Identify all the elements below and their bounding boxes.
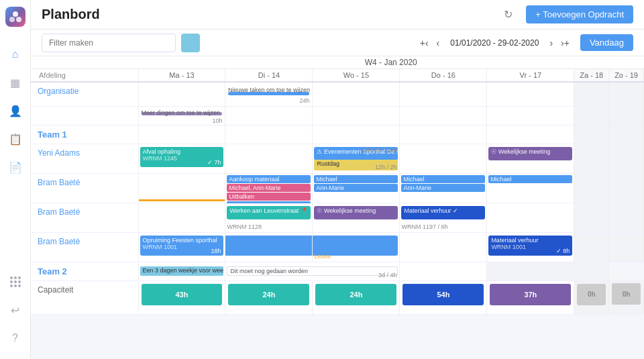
bb2-day-4 <box>487 203 574 232</box>
cap-day-3: 54h <box>400 280 487 314</box>
app-logo <box>5 7 25 27</box>
bb2-day-1: Werken aan Leuvenstraat 📍 WRNM 1128 <box>225 203 313 232</box>
bb3-day-2: Leave <box>313 232 400 262</box>
sidebar: ⌂ ▦ 👤 📋 📄 ↩ ? <box>0 0 31 359</box>
yeni-adams-label: Yeni Adams <box>31 144 138 173</box>
day-header-3: Do - 16 <box>400 69 487 83</box>
capaciteit-label: Capaciteit <box>31 280 138 314</box>
cap-day-0: 43h <box>138 280 225 314</box>
expand-right-button[interactable]: ›+ <box>558 35 572 51</box>
gantt-area[interactable]: W4 - Jan 2020 Afdeling Ma - 13 Di - 14 W… <box>31 56 644 359</box>
bb2-day-3: Materiaal verhuur ✓ WRNM 1197 / 6h <box>400 203 487 232</box>
add-task-button[interactable]: + Toevoegen Opdracht <box>526 5 633 23</box>
team1-header-row: Team 1 <box>31 125 644 144</box>
page-title: Planbord <box>42 7 490 22</box>
topbar: Planbord ↻ + Toevoegen Opdracht <box>31 0 644 30</box>
team1-day-3 <box>400 125 487 144</box>
yeni-day-6 <box>609 144 644 173</box>
sidebar-item-logout[interactable]: ↩ <box>3 298 28 322</box>
cap-day-1: 24h <box>225 280 313 314</box>
bb3-day-1 <box>225 232 313 262</box>
team2-day-3 <box>400 262 487 280</box>
svg-point-1 <box>9 17 15 22</box>
cap-day-2: 24h <box>313 280 400 314</box>
organisatie-label: Organisatie <box>31 82 138 106</box>
bb3-day-4: Materiaal verhuur WRNM 1001 ✓ 8h <box>487 232 574 262</box>
org-day-5 <box>574 82 609 106</box>
filter-color-swatch <box>181 34 200 52</box>
bram-baete1-label: Bram Baeté <box>31 173 138 203</box>
yeni-day-5 <box>574 144 609 173</box>
bb2-day-6 <box>609 203 644 232</box>
day-header-row: Afdeling Ma - 13 Di - 14 Wo - 15 Do - 16… <box>31 69 644 83</box>
sidebar-item-home[interactable]: ⌂ <box>3 42 28 66</box>
bb2-day-2: ☉ Wekelijkse meeting <box>313 203 400 232</box>
org-day-6 <box>609 82 644 106</box>
team2-day-5 <box>487 262 574 280</box>
yeni-day-4: ☉ Wekelijkse meeting <box>487 144 574 173</box>
org-sub-day-3 <box>400 106 487 125</box>
team1-day-1 <box>225 125 313 144</box>
org-day-1: Nieuwe taken om toe te wijzen 24h <box>225 82 313 106</box>
bb1-day-4: Michael <box>487 173 574 203</box>
expand-left-button[interactable]: +‹ <box>417 35 431 51</box>
refresh-button[interactable]: ↻ <box>498 5 518 25</box>
sidebar-item-clipboard[interactable]: 📋 <box>3 127 28 151</box>
bb1-day-6 <box>609 173 644 203</box>
bb3-day-6 <box>609 232 644 262</box>
cap-day-5: 0h <box>574 280 609 314</box>
team2-day-1: Dit moet nog gedaan worden 3d / 4h <box>225 262 400 280</box>
date-range-label: 01/01/2020 - 29-02-2020 <box>445 38 544 48</box>
org-sub-day-2 <box>313 106 400 125</box>
team1-day-4 <box>487 125 574 144</box>
yeni-day-2: ⚠ Evenementen Sporthal De snelle vogel W… <box>313 144 400 173</box>
filter-input[interactable] <box>42 34 176 52</box>
sidebar-item-document[interactable]: 📄 <box>3 155 28 179</box>
gantt-table: W4 - Jan 2020 Afdeling Ma - 13 Di - 14 W… <box>31 56 644 315</box>
org-sub-day-4 <box>487 106 574 125</box>
org-day-4 <box>487 82 574 106</box>
org-day-0 <box>138 82 225 106</box>
next-button[interactable]: › <box>547 35 555 51</box>
bb3-day-3 <box>400 232 487 262</box>
day-header-4: Vr - 17 <box>487 69 574 83</box>
week-header-label: W4 - Jan 2020 <box>138 56 644 69</box>
sidebar-item-grid[interactable] <box>3 270 28 294</box>
sidebar-item-person[interactable]: 👤 <box>3 99 28 123</box>
team2-day-6 <box>574 262 609 280</box>
prev-button[interactable]: ‹ <box>434 35 443 51</box>
org-sub-day-6 <box>609 106 644 125</box>
svg-point-0 <box>13 11 18 17</box>
day-header-0: Ma - 13 <box>138 69 225 83</box>
cap-day-4: 37h <box>487 280 574 314</box>
day-header-5: Za - 18 <box>574 69 609 83</box>
today-button[interactable]: Vandaag <box>580 34 633 51</box>
svg-point-2 <box>16 17 21 22</box>
bram-baete2-label: Bram Baeté <box>31 203 138 232</box>
week-header-label-col <box>31 56 138 69</box>
team2-label: Team 2 <box>31 262 138 280</box>
team1-label: Team 1 <box>31 125 138 144</box>
org-sub-row: Meer dingen om toe te wijzen 10h <box>31 106 644 125</box>
org-sub-day-1 <box>225 106 313 125</box>
bram-baete2-row: Bram Baeté Werken aan Leuvenstraat 📍 WRN… <box>31 203 644 232</box>
main-content: Planbord ↻ + Toevoegen Opdracht +‹ ‹ 01/… <box>31 0 644 359</box>
org-sub-day-5 <box>574 106 609 125</box>
sidebar-item-calendar[interactable]: ▦ <box>3 70 28 95</box>
capaciteit-row: Capaciteit 43h 24h 24h <box>31 280 644 314</box>
bb2-day-5 <box>574 203 609 232</box>
bb1-day-1: Aankoop materiaal Michael, Ann-Marie Uit… <box>225 173 313 203</box>
day-header-1: Di - 14 <box>225 69 313 83</box>
bb1-day-2: Michael Ann-Marie <box>313 173 400 203</box>
bb3-day-0: Opruiming Feesten sporthal WRNM 1001 18h <box>138 232 225 262</box>
team2-header-row: Team 2 Een 3 dagen weekje voor week 48 D… <box>31 262 644 280</box>
yeni-day-3 <box>400 144 487 173</box>
week-header-row: W4 - Jan 2020 <box>31 56 644 69</box>
bb1-day-3: Michael Ann-Marie <box>400 173 487 203</box>
bb1-day-0 <box>138 173 225 203</box>
nav-controls: +‹ ‹ 01/01/2020 - 29-02-2020 › ›+ Vandaa… <box>417 34 633 51</box>
bb3-day-5 <box>574 232 609 262</box>
day-header-2: Wo - 15 <box>313 69 400 83</box>
org-sub-label <box>31 106 138 125</box>
sidebar-item-help[interactable]: ? <box>3 326 28 350</box>
